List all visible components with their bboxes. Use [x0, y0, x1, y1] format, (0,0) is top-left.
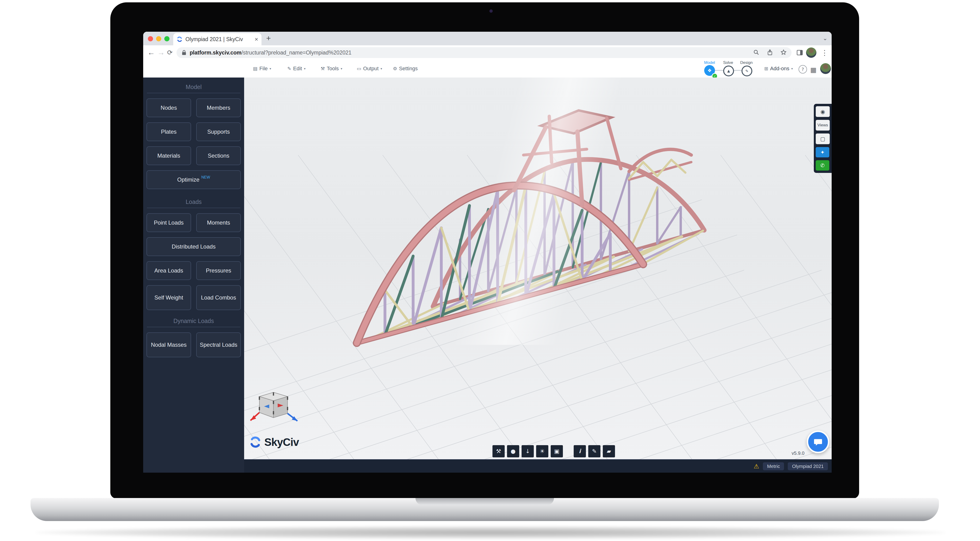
- views-button[interactable]: Views: [816, 120, 830, 131]
- plates-button[interactable]: Plates: [146, 122, 191, 141]
- point-loads-button[interactable]: Point Loads: [146, 213, 191, 232]
- menu-settings[interactable]: ⚙ Settings: [393, 65, 418, 72]
- info-button[interactable]: i: [574, 445, 586, 457]
- model-3d-viewport[interactable]: SkyCiv ⚒ ● ↓ ☀ ▣ i ✎ ▰ ◉: [244, 78, 832, 459]
- chevron-down-icon: ▾: [340, 67, 342, 70]
- solve-icon: ▲: [727, 69, 730, 73]
- pressures-button[interactable]: Pressures: [196, 261, 241, 280]
- renderer-button[interactable]: ✦: [816, 147, 829, 157]
- forward-button[interactable]: →: [157, 48, 165, 57]
- materials-button[interactable]: Materials: [146, 146, 191, 165]
- browser-menu-kebab-icon[interactable]: ⋮: [821, 49, 828, 57]
- user-avatar[interactable]: [820, 63, 831, 74]
- question-icon: ?: [802, 67, 804, 72]
- browser-navbar: ← → ⟳ platform.skyciv.com/structural?pre…: [143, 45, 832, 60]
- menu-edit-label: Edit: [293, 65, 302, 72]
- eye-visibility-button[interactable]: ◉: [816, 106, 830, 117]
- light-toggle-button[interactable]: ☀: [536, 445, 548, 457]
- apps-grid-icon[interactable]: ▦: [810, 66, 816, 74]
- workflow-solve-label: Solve: [719, 61, 738, 65]
- optimize-label: Optimize: [177, 176, 199, 183]
- bookmark-star-icon[interactable]: [780, 49, 787, 56]
- screenshot-button[interactable]: ▣: [550, 445, 563, 457]
- mobile-view-button[interactable]: ✆: [816, 160, 829, 171]
- sidebar: Model Nodes Members Plates Supports Mate…: [143, 78, 244, 472]
- self-weight-button[interactable]: Self Weight: [146, 285, 191, 310]
- sections-button[interactable]: Sections: [196, 146, 241, 165]
- project-name-button[interactable]: Olympiad 2021: [788, 462, 828, 470]
- addons-dropdown[interactable]: ⊞ Add-ons ▾: [764, 65, 793, 72]
- supports-button[interactable]: Supports: [196, 122, 241, 141]
- tab-close-icon[interactable]: ×: [255, 36, 258, 43]
- help-button[interactable]: ?: [799, 65, 807, 73]
- divider: [147, 327, 240, 327]
- distributed-loads-button[interactable]: Distributed Loads: [146, 237, 241, 256]
- nodal-masses-button[interactable]: Nodal Masses: [146, 332, 191, 357]
- chevron-down-icon: ▾: [380, 67, 382, 70]
- menu-tools[interactable]: ⚒ Tools ▾: [321, 65, 342, 72]
- load-combos-button[interactable]: Load Combos: [196, 285, 241, 310]
- member-tools-button[interactable]: ⚒: [492, 445, 505, 457]
- orientation-cube[interactable]: [250, 392, 298, 421]
- url-text: platform.skyciv.com/structural?preload_n…: [190, 49, 352, 56]
- viewport-toolbar: ⚒ ● ↓ ☀ ▣ i ✎ ▰: [492, 445, 615, 457]
- new-tab-button[interactable]: +: [266, 34, 271, 43]
- side-panel-icon[interactable]: [796, 49, 803, 56]
- node-visibility-button[interactable]: ●: [507, 445, 519, 457]
- section-title-dynamic-loads: Dynamic Loads: [143, 318, 244, 324]
- area-loads-button[interactable]: Area Loads: [146, 261, 191, 280]
- workflow-design-step[interactable]: ✎: [741, 65, 752, 77]
- gear-icon: ⚙: [393, 66, 397, 72]
- spectral-loads-button[interactable]: Spectral Loads: [196, 332, 241, 357]
- browser-profile-avatar[interactable]: [806, 48, 816, 58]
- tab-strip: Olympiad 2021 | SkyCiv × + ⌄: [143, 32, 832, 45]
- nodes-button[interactable]: Nodes: [146, 99, 191, 117]
- chat-widget-button[interactable]: [807, 431, 829, 453]
- menu-edit[interactable]: ✎ Edit ▾: [287, 65, 305, 72]
- workflow-model-label: Model: [700, 61, 719, 65]
- design-pencil-icon: ✎: [745, 69, 748, 73]
- browser-tab[interactable]: Olympiad 2021 | SkyCiv ×: [173, 33, 261, 45]
- zoom-search-icon[interactable]: [753, 49, 760, 56]
- url-host: platform.skyciv.com: [190, 49, 242, 56]
- new-badge: NEW: [201, 175, 210, 180]
- laptop-shadow: [35, 526, 946, 539]
- eraser-tool-button[interactable]: ▰: [603, 445, 615, 457]
- status-bar: ⚠ Metric Olympiad 2021: [244, 459, 832, 472]
- chat-bubble-icon: [813, 437, 823, 447]
- moments-button[interactable]: Moments: [196, 213, 241, 232]
- units-button[interactable]: Metric: [763, 462, 784, 470]
- workspace: Model Nodes Members Plates Supports Mate…: [143, 78, 832, 472]
- menu-tools-label: Tools: [327, 65, 339, 72]
- menu-output-label: Output: [363, 65, 379, 72]
- view-controls-panel: ◉ Views ▢ ✦ ✆: [814, 104, 832, 173]
- close-window-button[interactable]: [148, 36, 153, 41]
- minimize-window-button[interactable]: [156, 36, 161, 41]
- wrench-icon: ⚒: [321, 66, 325, 72]
- monitor-icon: ▭: [357, 66, 361, 72]
- share-icon[interactable]: [767, 49, 773, 56]
- load-arrow-button[interactable]: ↓: [522, 445, 534, 457]
- light-reflection: [244, 78, 832, 345]
- reload-button[interactable]: ⟳: [167, 49, 172, 56]
- workflow-solve-step[interactable]: ▲: [723, 65, 734, 77]
- chevron-down-icon: ▾: [269, 67, 271, 70]
- warning-icon: ⚠: [754, 463, 759, 470]
- addons-grid-icon: ⊞: [764, 66, 768, 72]
- section-title-loads: Loads: [143, 198, 244, 205]
- addons-label: Add-ons: [770, 65, 789, 72]
- skyciv-favicon-icon: [177, 36, 183, 42]
- optimize-button[interactable]: Optimize NEW: [146, 170, 241, 189]
- zoom-window-button[interactable]: [164, 36, 169, 41]
- pencil-icon: ✎: [287, 66, 291, 72]
- back-button[interactable]: ←: [147, 48, 155, 57]
- members-button[interactable]: Members: [196, 99, 241, 117]
- workflow-design-label: Design: [737, 61, 756, 65]
- menu-output[interactable]: ▭ Output ▾: [357, 65, 382, 72]
- pen-tool-button[interactable]: ✎: [588, 445, 600, 457]
- address-bar[interactable]: platform.skyciv.com/structural?preload_n…: [177, 47, 792, 58]
- menu-file[interactable]: ▤ File ▾: [253, 65, 271, 72]
- camera-button[interactable]: ▢: [816, 133, 830, 144]
- menu-settings-label: Settings: [399, 65, 418, 72]
- tabstrip-chevron-icon[interactable]: ⌄: [823, 35, 827, 41]
